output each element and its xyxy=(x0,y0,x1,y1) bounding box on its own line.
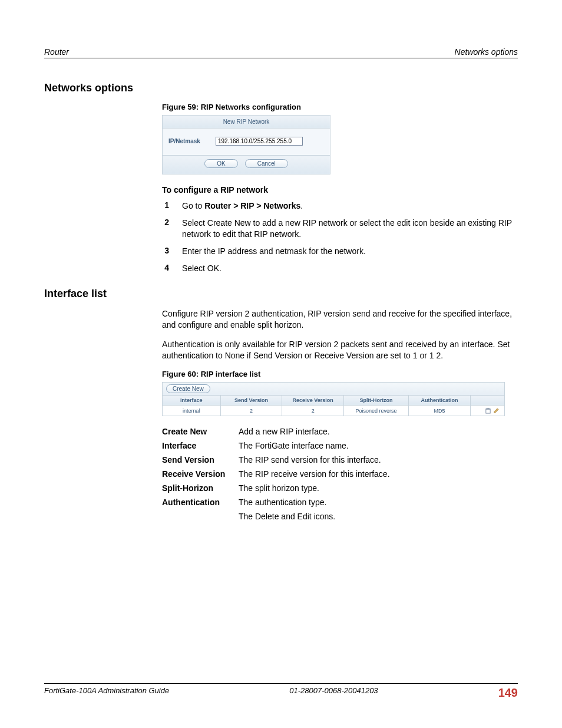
def-send-version-term: Send Version xyxy=(162,455,239,465)
step-4: 4 Select OK. xyxy=(162,263,518,274)
step-2-number: 2 xyxy=(162,218,169,240)
edit-icon[interactable] xyxy=(493,407,500,414)
def-interface-desc: The FortiGate interface name. xyxy=(239,441,518,450)
step-1-number: 1 xyxy=(162,200,169,212)
cell-interface: internal xyxy=(163,406,221,416)
interface-list-para-1: Configure RIP version 2 authentication, … xyxy=(162,308,518,331)
cell-receive-version: 2 xyxy=(282,406,344,416)
def-interface-term: Interface xyxy=(162,441,239,450)
section-interface-list: Interface list xyxy=(44,288,518,300)
step-3: 3 Enter the IP address and netmask for t… xyxy=(162,246,518,257)
def-icons-term xyxy=(162,512,239,521)
step-2-text: Select Create New to add a new RIP netwo… xyxy=(182,218,518,240)
def-split-horizon-desc: The split horizon type. xyxy=(239,483,518,493)
figure-60-caption: Figure 60: RIP interface list xyxy=(162,370,518,378)
col-interface: Interface xyxy=(163,396,221,406)
delete-icon[interactable] xyxy=(485,407,491,414)
procedure-heading: To configure a RIP network xyxy=(162,185,518,195)
step-3-text: Enter the IP address and netmask for the… xyxy=(182,246,518,257)
col-receive-version: Receive Version xyxy=(282,396,344,406)
def-create-new-desc: Add a new RIP interface. xyxy=(239,427,518,436)
figure-59-caption: Figure 59: RIP Networks configuration xyxy=(162,103,518,111)
step-2: 2 Select Create New to add a new RIP net… xyxy=(162,218,518,240)
step-1: 1 Go to Router > RIP > Networks. xyxy=(162,200,518,212)
rip-network-dialog: New RIP Network IP/Netmask OK Cancel xyxy=(162,115,330,174)
col-split-horizon: Split-Horizon xyxy=(343,396,408,406)
interface-list-para-2: Authentication is only available for RIP… xyxy=(162,339,518,361)
def-create-new-term: Create New xyxy=(162,427,239,436)
footer-center: 01-28007-0068-20041203 xyxy=(289,686,378,700)
page-footer: FortiGate-100A Administration Guide 01-2… xyxy=(44,683,518,700)
col-authentication: Authentication xyxy=(409,396,471,406)
cell-send-version: 2 xyxy=(220,406,282,416)
cell-authentication: MD5 xyxy=(409,406,471,416)
def-send-version-desc: The RIP send version for this interface. xyxy=(239,455,518,465)
ip-netmask-input[interactable] xyxy=(216,137,303,146)
step-3-number: 3 xyxy=(162,246,169,257)
def-icons-desc: The Delete and Edit icons. xyxy=(239,512,518,521)
def-receive-version-desc: The RIP receive version for this interfa… xyxy=(239,469,518,479)
def-split-horizon-term: Split-Horizon xyxy=(162,483,239,493)
page-number: 149 xyxy=(498,686,518,700)
ip-netmask-label: IP/Netmask xyxy=(168,138,200,144)
footer-left: FortiGate-100A Administration Guide xyxy=(44,686,169,700)
col-send-version: Send Version xyxy=(220,396,282,406)
def-receive-version-term: Receive Version xyxy=(162,469,239,479)
step-1-text: Go to Router > RIP > Networks. xyxy=(182,200,518,212)
create-new-button[interactable]: Create New xyxy=(166,384,210,393)
section-networks-options: Networks options xyxy=(44,82,518,94)
rip-interface-table: Create New Interface Send Version Receiv… xyxy=(162,382,505,416)
step-4-number: 4 xyxy=(162,263,169,274)
running-header: Router Networks options xyxy=(44,47,518,58)
procedure-list: 1 Go to Router > RIP > Networks. 2 Selec… xyxy=(162,200,518,274)
definition-list: Create NewAdd a new RIP interface. Inter… xyxy=(162,427,518,521)
col-actions xyxy=(470,396,504,406)
def-authentication-term: Authentication xyxy=(162,498,239,507)
step-4-text: Select OK. xyxy=(182,263,518,274)
header-right: Networks options xyxy=(455,47,518,57)
cancel-button[interactable]: Cancel xyxy=(245,159,288,168)
def-authentication-desc: The authentication type. xyxy=(239,498,518,507)
cell-split-horizon: Poisoned reverse xyxy=(343,406,408,416)
header-left: Router xyxy=(44,47,69,57)
ok-button[interactable]: OK xyxy=(204,159,237,168)
table-row: internal 2 2 Poisoned reverse MD5 xyxy=(163,406,505,416)
svg-rect-0 xyxy=(486,409,490,413)
dialog-title: New RIP Network xyxy=(163,116,330,129)
